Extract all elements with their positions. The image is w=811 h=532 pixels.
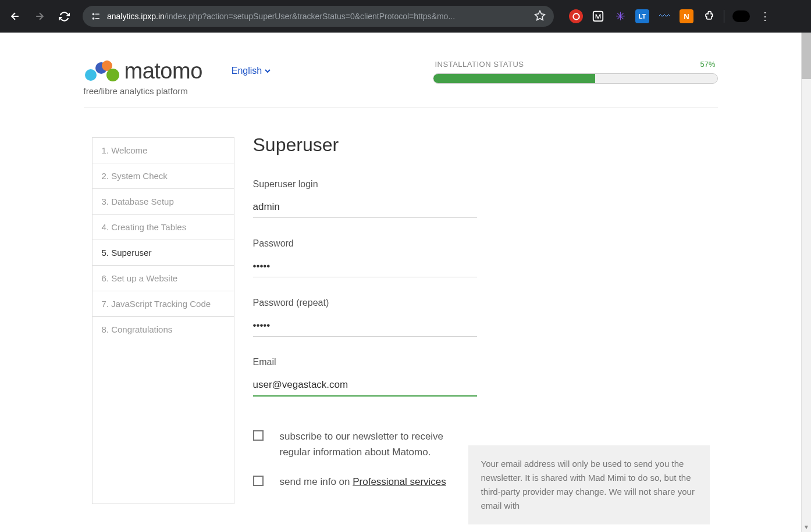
- sidebar-item-superuser[interactable]: 5. Superuser: [93, 240, 234, 266]
- sidebar-item-creating-tables[interactable]: 4. Creating the Tables: [93, 215, 234, 240]
- bookmark-icon[interactable]: [534, 10, 546, 23]
- back-button[interactable]: [5, 6, 26, 27]
- extensions-icon[interactable]: [702, 9, 716, 23]
- installation-status: INSTALLATION STATUS 57%: [433, 60, 718, 84]
- email-info-box: Your email address will only be used to …: [468, 445, 710, 524]
- install-steps-sidebar: 1. Welcome 2. System Check 3. Database S…: [92, 137, 234, 504]
- sidebar-item-system-check[interactable]: 2. System Check: [93, 163, 234, 189]
- url-text: analytics.ipxp.in/index.php?action=setup…: [107, 12, 528, 21]
- matomo-logo[interactable]: matomo: [84, 59, 202, 84]
- logo-text: matomo: [125, 59, 202, 84]
- status-percent: 57%: [700, 60, 715, 69]
- sidebar-item-tracking-code[interactable]: 7. JavaScript Tracking Code: [93, 291, 234, 317]
- login-label: Superuser login: [253, 179, 477, 190]
- browser-menu-icon[interactable]: ⋮: [758, 9, 772, 23]
- chevron-down-icon: [263, 66, 272, 76]
- email-input[interactable]: [253, 374, 477, 397]
- scrollbar[interactable]: ▼: [801, 33, 811, 532]
- browser-toolbar: analytics.ipxp.in/index.php?action=setup…: [0, 0, 811, 33]
- svg-rect-6: [593, 12, 603, 22]
- sidebar-item-setup-website[interactable]: 6. Set up a Website: [93, 266, 234, 291]
- reload-button[interactable]: [54, 6, 74, 27]
- password-input[interactable]: [253, 256, 477, 277]
- newsletter-checkbox[interactable]: [253, 430, 264, 441]
- main-content: Superuser Superuser login Password Passw…: [253, 137, 710, 504]
- svg-point-2: [93, 17, 95, 20]
- professional-label: send me info on Professional services: [280, 474, 446, 490]
- logo-mark-icon: [84, 60, 120, 83]
- password-repeat-input[interactable]: [253, 315, 477, 337]
- profile-avatar[interactable]: [732, 10, 750, 22]
- svg-rect-3: [95, 18, 100, 19]
- site-info-icon[interactable]: [91, 11, 101, 22]
- password-label: Password: [253, 238, 477, 249]
- login-input[interactable]: [253, 197, 477, 218]
- status-label: INSTALLATION STATUS: [435, 60, 524, 69]
- ext-icon-4[interactable]: LT: [635, 9, 649, 23]
- password-repeat-label: Password (repeat): [253, 298, 477, 308]
- scrollbar-down-arrow[interactable]: ▼: [802, 522, 811, 532]
- sidebar-item-welcome[interactable]: 1. Welcome: [93, 138, 234, 163]
- ext-icon-3[interactable]: ✳: [613, 9, 627, 23]
- address-bar[interactable]: analytics.ipxp.in/index.php?action=setup…: [83, 6, 554, 27]
- email-label: Email: [253, 357, 477, 367]
- svg-point-5: [573, 13, 579, 19]
- page-title: Superuser: [253, 134, 710, 156]
- sidebar-item-database-setup[interactable]: 3. Database Setup: [93, 189, 234, 215]
- progress-fill: [433, 74, 595, 83]
- professional-checkbox[interactable]: [253, 476, 264, 486]
- ext-icon-1[interactable]: [569, 9, 583, 23]
- scrollbar-thumb[interactable]: [802, 33, 811, 79]
- svg-point-0: [93, 13, 95, 15]
- sidebar-item-congratulations[interactable]: 8. Congratulations: [93, 317, 234, 342]
- svg-rect-1: [95, 14, 100, 15]
- language-selector[interactable]: English: [232, 66, 272, 76]
- tagline: free/libre analytics platform: [84, 86, 202, 96]
- progress-bar: [433, 73, 718, 84]
- svg-point-7: [85, 69, 97, 81]
- professional-services-link[interactable]: Professional services: [353, 476, 446, 487]
- ext-icon-5[interactable]: 〰: [657, 9, 671, 23]
- forward-button[interactable]: [29, 6, 50, 27]
- svg-marker-4: [535, 10, 545, 20]
- ext-icon-6[interactable]: N: [680, 9, 693, 23]
- svg-point-10: [106, 69, 119, 81]
- ext-icon-2[interactable]: [591, 9, 605, 23]
- page-header: matomo free/libre analytics platform Eng…: [84, 33, 718, 108]
- newsletter-label: subscribe to our newsletter to receive r…: [280, 429, 477, 460]
- extension-icons: ✳ LT 〰 N ⋮: [569, 9, 772, 23]
